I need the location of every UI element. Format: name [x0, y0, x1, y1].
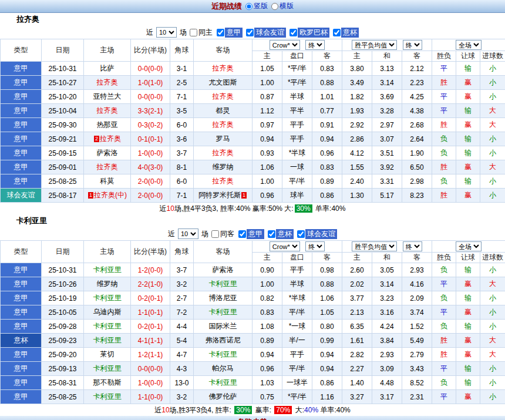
filter-option[interactable]: 球会友谊 [297, 229, 337, 239]
away-team-name[interactable]: 佛罗伦萨 [209, 392, 237, 401]
away-team-name[interactable]: 博洛尼亚 [209, 294, 237, 302]
away-team-cell[interactable]: 阿特罗米托斯1 [194, 189, 253, 203]
home-team-cell[interactable]: 亚特兰大 [84, 90, 131, 104]
filter-checkbox[interactable] [289, 29, 297, 36]
away-team-cell[interactable]: 帕尔马 [194, 362, 253, 376]
filter-option[interactable]: 欧罗巴杯 [289, 28, 329, 38]
away-team-name[interactable]: 阿特罗米托斯 [198, 191, 241, 199]
horizontal-radio[interactable] [271, 3, 278, 10]
away-team-cell[interactable]: 卡利亚里 [194, 305, 253, 320]
filter-checkbox[interactable] [333, 29, 341, 36]
home-team-name[interactable]: 卡利亚里 [93, 336, 122, 344]
home-team-name[interactable]: 亚特兰大 [93, 92, 122, 100]
filter-option[interactable]: 同客 [211, 229, 235, 239]
away-team-cell[interactable]: 弗洛西诺尼 [194, 334, 253, 348]
away-team-name[interactable]: 卡利亚里 [209, 308, 237, 316]
home-team-name[interactable]: 卡利亚里 [93, 364, 122, 372]
away-team-cell[interactable]: 卡利亚里 [194, 277, 253, 291]
home-team-name[interactable]: 拉齐奥 [97, 163, 118, 171]
away-team-cell[interactable]: 卡利亚里 [194, 376, 253, 390]
home-team-name[interactable]: 卡利亚里 [93, 294, 122, 302]
away-team-cell[interactable]: 国际米兰 [194, 320, 253, 334]
away-team-name[interactable]: 帕尔马 [213, 364, 234, 372]
home-team-cell[interactable]: 热那亚 [84, 118, 131, 132]
home-team-cell[interactable]: 拉齐奥 [84, 76, 131, 90]
odds-final-select[interactable]: 终 [305, 241, 325, 251]
away-team-cell[interactable]: 罗马 [194, 132, 253, 146]
away-team-cell[interactable]: 拉齐奥 [194, 146, 253, 160]
scope-select[interactable]: 全场 [456, 40, 482, 50]
home-team-name[interactable]: 科莫 [100, 177, 115, 185]
filter-checkbox[interactable] [297, 230, 305, 238]
odds-final-select[interactable]: 终 [305, 40, 325, 50]
away-team-name[interactable]: 弗洛西诺尼 [206, 336, 241, 344]
away-team-cell[interactable]: 博洛尼亚 [194, 291, 253, 305]
home-team-cell[interactable]: 卡利亚里 [84, 263, 131, 277]
away-team-cell[interactable]: 拉齐奥 [194, 118, 253, 132]
home-team-name[interactable]: 拉齐奥 [97, 78, 118, 86]
away-team-name[interactable]: 拉齐奥 [213, 64, 234, 72]
away-team-cell[interactable]: 拉齐奥 [194, 90, 253, 104]
away-team-name[interactable]: 尤文图斯 [209, 78, 237, 86]
home-team-cell[interactable]: 卡利亚里 [84, 291, 131, 305]
away-team-cell[interactable]: 拉齐奥 [194, 174, 253, 189]
away-team-cell[interactable]: 尤文图斯 [194, 76, 253, 90]
home-team-name[interactable]: 卡利亚里 [93, 392, 122, 401]
filter-option[interactable]: 意甲 [217, 28, 243, 38]
layout-option-horizontal[interactable]: 横版 [271, 1, 294, 11]
away-team-name[interactable]: 卡利亚里 [209, 350, 237, 358]
home-team-name[interactable]: 热那亚 [97, 120, 118, 129]
avg-type-select[interactable]: 胜平负均值 [352, 40, 397, 50]
home-team-cell[interactable]: 那不勒斯 [84, 376, 131, 390]
away-team-cell[interactable]: 维罗纳 [194, 160, 253, 174]
home-team-cell[interactable]: 维罗纳 [84, 277, 131, 291]
home-team-name[interactable]: 卡利亚里 [93, 266, 122, 274]
away-team-name[interactable]: 拉齐奥 [213, 177, 234, 185]
filter-checkbox[interactable] [190, 29, 197, 36]
away-team-name[interactable]: 拉齐奥 [213, 92, 234, 100]
away-team-name[interactable]: 卡利亚里 [209, 378, 237, 387]
away-team-name[interactable]: 国际米兰 [209, 322, 237, 330]
home-team-cell[interactable]: 2拉齐奥 [84, 132, 131, 146]
home-team-cell[interactable]: 萨索洛 [84, 146, 131, 160]
home-team-cell[interactable]: 拉齐奥 [84, 160, 131, 174]
filter-checkbox[interactable] [217, 29, 224, 36]
away-team-cell[interactable]: 佛罗伦萨 [194, 390, 253, 404]
vertical-radio[interactable] [245, 3, 253, 10]
away-team-cell[interactable]: 卡利亚里 [194, 348, 253, 362]
home-team-name[interactable]: 拉齐奥(中) [94, 191, 127, 199]
home-team-name[interactable]: 拉齐奥 [100, 135, 121, 143]
home-team-name[interactable]: 莱切 [100, 350, 115, 358]
home-team-cell[interactable]: 1拉齐奥(中) [84, 189, 131, 203]
away-team-name[interactable]: 都灵 [216, 106, 230, 115]
filter-option[interactable]: 意甲 [238, 229, 264, 239]
avg-type-select[interactable]: 胜平负均值 [352, 241, 397, 251]
away-team-cell[interactable]: 萨索洛 [194, 263, 253, 277]
away-team-name[interactable]: 罗马 [216, 135, 230, 143]
layout-option-vertical[interactable]: 竖版 [245, 1, 268, 11]
match-count-select[interactable]: 10 [156, 27, 177, 38]
filter-checkbox[interactable] [211, 230, 219, 238]
filter-option[interactable]: 意杯 [333, 28, 359, 38]
odds-company-select[interactable]: Crow* [270, 40, 300, 50]
away-team-name[interactable]: 拉齐奥 [213, 120, 234, 129]
home-team-name[interactable]: 乌迪内斯 [93, 308, 122, 316]
home-team-cell[interactable]: 卡利亚里 [84, 334, 131, 348]
home-team-name[interactable]: 拉齐奥 [97, 106, 118, 115]
scope-select[interactable]: 全场 [456, 241, 482, 251]
odds-company-select[interactable]: Crow* [270, 241, 300, 251]
home-team-cell[interactable]: 科莫 [84, 174, 131, 189]
home-team-cell[interactable]: 卡利亚里 [84, 390, 131, 404]
away-team-name[interactable]: 拉齐奥 [213, 149, 234, 157]
avg-final-select[interactable]: 终 [403, 40, 422, 50]
home-team-cell[interactable]: 比萨 [84, 62, 131, 76]
away-team-cell[interactable]: 拉齐奥 [194, 62, 253, 76]
filter-option[interactable]: 同主 [190, 28, 213, 38]
home-team-cell[interactable]: 卡利亚里 [84, 320, 131, 334]
home-team-name[interactable]: 那不勒斯 [93, 378, 122, 387]
filter-option[interactable]: 意杯 [268, 229, 294, 239]
avg-final-select[interactable]: 终 [403, 241, 422, 251]
away-team-cell[interactable]: 都灵 [194, 104, 253, 118]
filter-checkbox[interactable] [238, 230, 246, 238]
home-team-name[interactable]: 维罗纳 [97, 280, 118, 288]
